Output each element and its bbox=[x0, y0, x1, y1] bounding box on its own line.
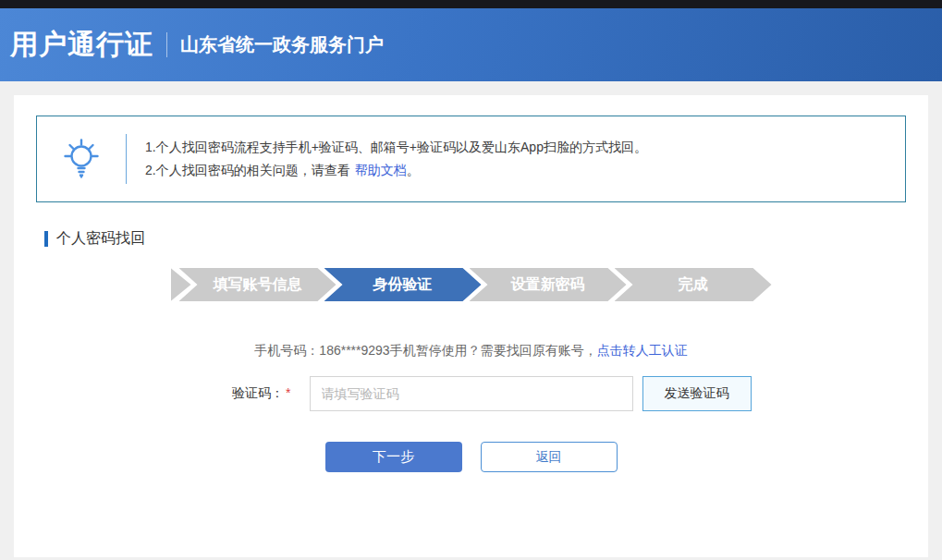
notice-box: 1.个人找回密码流程支持手机+验证码、邮箱号+验证码以及爱山东App扫脸的方式找… bbox=[36, 116, 906, 202]
portal-name: 山东省统一政务服务门户 bbox=[180, 32, 384, 57]
step-fill-account-info: 填写账号信息 bbox=[179, 268, 336, 301]
help-doc-link[interactable]: 帮助文档 bbox=[355, 163, 407, 177]
notice-text: 1.个人找回密码流程支持手机+验证码、邮箱号+验证码以及爱山东App扫脸的方式找… bbox=[127, 133, 647, 186]
step-complete: 完成 bbox=[615, 268, 772, 301]
header: 用户通行证 山东省统一政务服务门户 bbox=[0, 8, 942, 81]
back-button[interactable]: 返回 bbox=[481, 442, 618, 472]
action-buttons: 下一步 返回 bbox=[14, 442, 928, 472]
site-title: 用户通行证 bbox=[10, 26, 153, 64]
notice-line-2-suffix: 。 bbox=[407, 163, 420, 177]
required-asterisk: * bbox=[286, 385, 290, 400]
title-accent-bar bbox=[44, 231, 48, 247]
page-background: 1.个人找回密码流程支持手机+验证码、邮箱号+验证码以及爱山东App扫脸的方式找… bbox=[0, 81, 942, 560]
notice-line-2: 2.个人找回密码的相关问题，请查看帮助文档。 bbox=[145, 163, 647, 179]
step-set-new-password: 设置新密码 bbox=[470, 268, 627, 301]
captcha-label-text: 验证码： bbox=[232, 385, 284, 400]
captcha-label: 验证码：* bbox=[232, 385, 290, 402]
header-divider bbox=[166, 32, 167, 57]
send-code-button[interactable]: 发送验证码 bbox=[642, 376, 752, 411]
next-step-button[interactable]: 下一步 bbox=[325, 442, 462, 472]
section-title-text: 个人密码找回 bbox=[56, 229, 145, 249]
captcha-field-group: 验证码：* 发送验证码 bbox=[310, 376, 633, 411]
manual-auth-link[interactable]: 点击转人工认证 bbox=[597, 343, 688, 358]
step-indicator: 填写账号信息 身份验证 设置新密码 完成 bbox=[14, 268, 928, 301]
top-strip bbox=[0, 0, 942, 8]
lightbulb-icon bbox=[37, 138, 126, 180]
section-title: 个人密码找回 bbox=[44, 229, 928, 249]
phone-notice-text: 手机号码：186****9293手机暂停使用？需要找回原有账号， bbox=[254, 343, 596, 358]
captcha-form-row: 验证码：* 发送验证码 bbox=[14, 376, 928, 411]
step-identity-verification: 身份验证 bbox=[324, 268, 482, 301]
phone-notice: 手机号码：186****9293手机暂停使用？需要找回原有账号，点击转人工认证 bbox=[14, 343, 928, 359]
captcha-input[interactable] bbox=[310, 376, 633, 411]
notice-line-2-text: 2.个人找回密码的相关问题，请查看 bbox=[145, 163, 350, 177]
content-card: 1.个人找回密码流程支持手机+验证码、邮箱号+验证码以及爱山东App扫脸的方式找… bbox=[14, 95, 928, 557]
notice-line-1: 1.个人找回密码流程支持手机+验证码、邮箱号+验证码以及爱山东App扫脸的方式找… bbox=[145, 140, 647, 156]
